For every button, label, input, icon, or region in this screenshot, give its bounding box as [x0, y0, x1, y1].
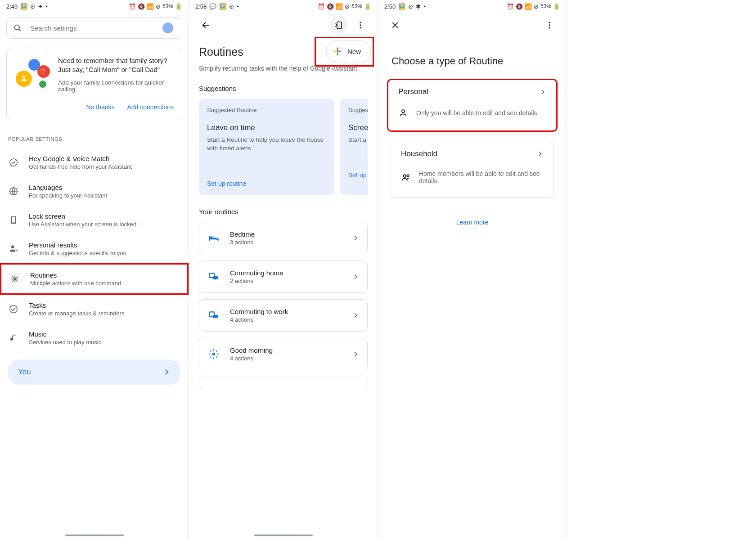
person-icon	[398, 108, 408, 118]
type-desc: Home members will be able to edit and se…	[419, 170, 544, 184]
dots-icon: ✦	[38, 3, 43, 10]
set-up-routine-button[interactable]: Set up routine	[348, 171, 368, 179]
svg-point-12	[360, 22, 361, 23]
setting-personal-results[interactable]: Personal results Get info & suggestions …	[0, 234, 189, 263]
sugg-desc: Start a routine with timed	[348, 136, 368, 144]
no-thanks-button[interactable]: No thanks	[86, 103, 114, 111]
battery-icon: 🔋	[364, 3, 371, 10]
svg-point-37	[549, 22, 550, 23]
setting-desc: Get hands-free help from your Assistant	[29, 163, 180, 170]
learn-more-link[interactable]: Learn more	[456, 219, 489, 226]
svg-rect-25	[213, 315, 218, 319]
setting-title: Personal results	[29, 241, 180, 249]
overflow-menu-button[interactable]	[351, 16, 369, 34]
block-icon: ⊘	[229, 3, 234, 10]
svg-point-26	[213, 318, 215, 319]
setting-lock-screen[interactable]: Lock screen Use Assistant when your scre…	[0, 206, 189, 234]
setting-desc: Use Assistant when your screen is locked	[29, 221, 180, 228]
routine-good-morning[interactable]: Good morning 4 actions	[199, 338, 368, 370]
messenger-icon: 💬	[209, 3, 216, 10]
shortcut-icon[interactable]	[330, 16, 348, 34]
setting-desc: Get info & suggestions specific to you	[29, 250, 180, 256]
status-bar: 2:58 💬 🖼️ ⊘ • ⏰ 🔇 📶 ⊘ 53% 🔋	[189, 0, 378, 13]
svg-point-14	[360, 27, 361, 28]
voice-match-icon	[8, 157, 19, 168]
setting-tasks[interactable]: Tasks Create or manage tasks & reminders	[0, 295, 189, 323]
new-routine-button[interactable]: New	[326, 40, 371, 62]
setting-title: Routines	[30, 271, 179, 279]
battery-pct: 53%	[162, 3, 173, 9]
alarm-icon: ⏰	[507, 3, 514, 10]
battery-icon: 🔋	[175, 3, 182, 10]
sugg-label: Suggested Routine	[348, 107, 368, 113]
image-icon: 🖼️	[20, 3, 27, 10]
dot-icon: •	[45, 3, 48, 10]
routine-commuting-work[interactable]: Commuting to work 4 actions	[199, 299, 368, 332]
chevron-right-icon	[539, 88, 546, 95]
plus-icon	[333, 47, 342, 56]
music-icon	[8, 332, 19, 343]
sugg-title: Leave on time	[207, 123, 326, 132]
overflow-menu-button[interactable]	[540, 16, 558, 34]
setting-desc: Services used to play music	[29, 339, 180, 346]
routine-type-personal[interactable]: Personal Only you will be able to edit a…	[387, 79, 558, 132]
top-bar	[189, 13, 378, 37]
routine-title: Commuting home	[230, 269, 342, 277]
suggestion-card[interactable]: Suggested Routine Leave on time Start a …	[199, 99, 334, 195]
search-bar[interactable]	[6, 17, 182, 39]
status-bar: 2:49 🖼️ ⊘ ✦ • ⏰ 🔇 📶 ⊘ 53% 🔋	[0, 0, 189, 13]
svg-point-10	[10, 305, 18, 313]
svg-rect-16	[337, 52, 338, 55]
setting-desc: Multiple actions with one command	[30, 280, 179, 287]
alarm-icon: ⏰	[129, 3, 136, 10]
mute-icon: 🔇	[138, 3, 145, 10]
routine-title: Bedtime	[230, 230, 342, 238]
routines-icon	[9, 274, 20, 284]
alarm-icon: ⏰	[318, 3, 325, 10]
svg-point-3	[10, 158, 18, 166]
type-desc: Only you will be able to edit and see de…	[416, 109, 537, 117]
svg-line-33	[210, 350, 211, 351]
sun-icon	[207, 348, 220, 360]
routine-bedtime[interactable]: Bedtime 3 actions	[199, 222, 368, 254]
you-section[interactable]: You	[8, 359, 180, 385]
add-connections-button[interactable]: Add connections	[127, 103, 174, 111]
chevron-right-icon	[536, 150, 544, 157]
avatar[interactable]	[160, 20, 176, 36]
svg-point-0	[14, 25, 19, 30]
svg-point-27	[216, 318, 217, 319]
check-icon	[8, 304, 19, 314]
dot-icon: •	[423, 3, 426, 10]
choose-type-heading: Choose a type of Routine	[392, 55, 553, 67]
svg-line-35	[210, 356, 211, 357]
wifi-icon: 📶	[525, 3, 532, 10]
setting-routines[interactable]: Routines Multiple actions with one comma…	[0, 263, 189, 295]
svg-point-22	[213, 279, 215, 280]
svg-line-1	[19, 29, 21, 31]
back-button[interactable]	[197, 16, 215, 34]
status-time: 2:49	[6, 3, 18, 10]
battery-pct: 53%	[351, 3, 362, 9]
battery-icon: 🔋	[553, 3, 560, 10]
setting-desc: For speaking to your Assistant	[29, 192, 180, 199]
setting-languages[interactable]: Languages For speaking to your Assistant	[0, 177, 189, 206]
screen-routines: 2:58 💬 🖼️ ⊘ • ⏰ 🔇 📶 ⊘ 53% 🔋 Routin	[189, 0, 378, 539]
setting-music[interactable]: Music Services used to play music	[0, 323, 189, 352]
svg-point-40	[402, 110, 405, 112]
routine-more[interactable]	[199, 377, 368, 389]
close-button[interactable]	[386, 16, 404, 34]
section-label: POPULAR SETTINGS	[8, 136, 180, 142]
sugg-title: Screen time	[348, 123, 368, 132]
nodata-icon: ⊘	[156, 3, 161, 10]
setting-hey-google[interactable]: Hey Google & Voice Match Get hands-free …	[0, 148, 189, 177]
setting-desc: Create or manage tasks & reminders	[29, 310, 180, 317]
svg-point-38	[549, 24, 550, 26]
bed-icon	[207, 232, 220, 244]
search-input[interactable]	[30, 24, 152, 32]
suggestion-card[interactable]: Suggested Routine Screen time Start a ro…	[340, 99, 368, 195]
screen-settings: 2:49 🖼️ ⊘ ✦ • ⏰ 🔇 📶 ⊘ 53% 🔋	[0, 0, 189, 539]
routine-commuting-home[interactable]: Commuting home 2 actions	[199, 261, 368, 293]
routine-type-household[interactable]: Household Home members will be able to e…	[391, 142, 554, 198]
set-up-routine-button[interactable]: Set up routine	[207, 180, 326, 187]
svg-rect-15	[337, 48, 338, 51]
